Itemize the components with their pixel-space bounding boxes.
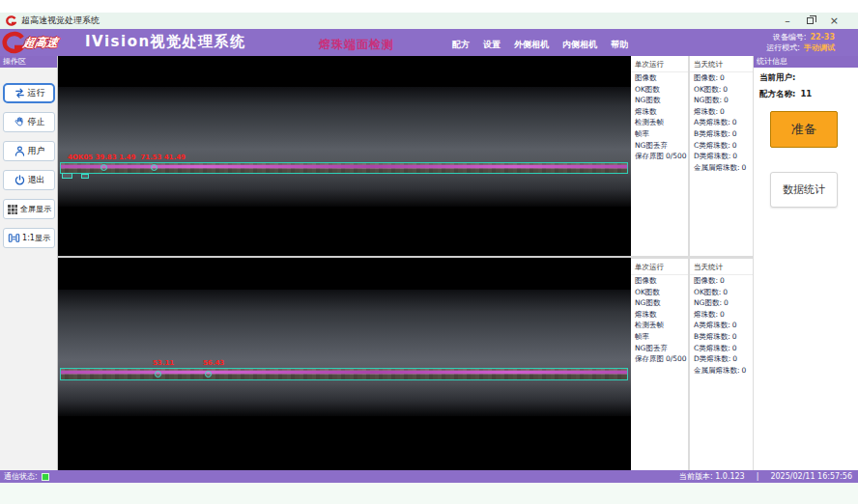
one-to-one-button-label: 1:1显示	[22, 233, 50, 243]
stat-row: OK图数	[631, 84, 688, 96]
stat-row: OK图数	[631, 287, 688, 298]
recipe-name-row: 配方名称:11	[759, 89, 858, 100]
exit-button[interactable]: 退出	[3, 170, 55, 190]
defect-mark	[100, 164, 107, 171]
single-run-stats-top: 单次运行 图像数 OK图数 NG图数 熔珠数 检测丢帧 帧率 NG图丢弃 保存原…	[631, 56, 688, 256]
stats-title: 单次运行	[631, 259, 688, 275]
data-statistics-button[interactable]: 数据统计	[770, 172, 838, 208]
camera-panel-inner[interactable]: 53.11 56.43	[58, 258, 631, 470]
sidebar-title: 操作区	[0, 56, 57, 68]
run-button[interactable]: 运行	[3, 83, 55, 103]
device-number-label: 设备编号:	[773, 33, 807, 43]
fullscreen-button[interactable]: 全屏显示	[3, 199, 55, 219]
stat-row: 保存原图0/500	[631, 353, 688, 365]
stat-row: OK图数:0	[690, 287, 753, 298]
app-logo-icon	[6, 15, 16, 26]
stat-row: B类熔珠数:0	[690, 331, 753, 343]
menu-item-outer-camera[interactable]: 外侧相机	[514, 39, 549, 51]
user-button[interactable]: 用户	[3, 141, 55, 161]
exit-button-label: 退出	[28, 174, 45, 186]
defect-mark	[62, 173, 72, 179]
window-controls: – ×	[785, 15, 839, 26]
stats-title: 单次运行	[631, 56, 688, 72]
menu-item-recipe[interactable]: 配方	[452, 39, 470, 51]
stat-row: NG图数	[631, 95, 688, 106]
stat-row: 帧率	[631, 331, 688, 343]
fullscreen-grid-icon	[7, 204, 18, 215]
daily-stats-top: 当天统计 图像数:0 OK图数:0 NG图数:0 熔珠数:0 A类熔珠数:0 B…	[690, 56, 753, 256]
user-button-label: 用户	[28, 145, 45, 157]
stat-row: A类熔珠数:0	[690, 320, 753, 331]
weld-bead-detection-box	[60, 162, 628, 174]
defect-mark	[81, 174, 89, 179]
stat-row: NG图数	[631, 297, 688, 309]
camera-image-inner	[58, 290, 631, 416]
status-bar: 通信状态: 当前版本: 1.0.123 | 2025/02/11 16:57:5…	[0, 470, 858, 483]
measurement-annotation: 4OK05 39.83 1.49 71.53 41.49	[68, 154, 186, 161]
camera-image-outer	[58, 87, 631, 207]
comm-status-label: 通信状态:	[4, 471, 38, 482]
device-number-value: 22-33	[810, 33, 835, 43]
stat-row: 检测丢帧	[631, 320, 688, 331]
stat-row: A类熔珠数:0	[690, 117, 753, 128]
stat-row: 图像数:0	[690, 72, 753, 84]
run-mode-value: 手动调试	[804, 43, 835, 54]
weld-bead-detection-box	[60, 368, 628, 380]
one-to-one-button[interactable]: 1:1显示	[3, 228, 55, 248]
defect-mark	[155, 371, 161, 378]
brand-logo-text: 超高速	[22, 35, 60, 51]
page-title: IVision视觉处理系统	[85, 33, 246, 51]
close-icon[interactable]: ×	[830, 15, 839, 26]
stat-row: 保存原图0/500	[631, 151, 688, 162]
stat-row: NG图丢弃	[631, 140, 688, 152]
measurement-annotation: 53.11	[153, 359, 174, 367]
operation-sidebar: 操作区 运行 停止 用户 退出	[0, 56, 58, 470]
stop-button[interactable]: 停止	[3, 112, 55, 132]
camera-panel-outer[interactable]: 4OK05 39.83 1.49 71.53 41.49	[58, 56, 631, 256]
stat-row: NG图数:0	[690, 297, 753, 309]
stat-row: OK图数:0	[690, 84, 753, 96]
footer-strip	[0, 483, 858, 504]
run-mode-label: 运行模式:	[766, 43, 800, 54]
stat-row: 图像数:0	[690, 275, 753, 287]
app-header: 超高速 IVision视觉处理系统 熔珠端面检测 配方 设置 外侧相机 内侧相机…	[0, 29, 858, 56]
stat-row: C类熔珠数:0	[690, 343, 753, 354]
current-user-row: 当前用户:	[759, 72, 858, 84]
stat-row: 图像数	[631, 72, 688, 84]
stat-row: 金属屑熔珠数:0	[690, 162, 753, 174]
restore-icon[interactable]	[807, 17, 814, 24]
stats-title: 当天统计	[690, 259, 753, 275]
version-info: 当前版本: 1.0.123 | 2025/02/11 16:57:56	[679, 471, 852, 482]
stats-title: 当天统计	[690, 56, 753, 72]
stat-row: 熔珠数	[631, 106, 688, 118]
menu-item-inner-camera[interactable]: 内侧相机	[562, 39, 597, 51]
menu-item-settings[interactable]: 设置	[483, 39, 500, 51]
prepare-button[interactable]: 准备	[770, 111, 838, 148]
minimize-icon[interactable]: –	[785, 15, 790, 26]
stat-row: D类熔珠数:0	[690, 353, 753, 365]
comm-status: 通信状态:	[4, 471, 49, 482]
stat-row: C类熔珠数:0	[690, 140, 753, 152]
page-subtitle: 熔珠端面检测	[319, 37, 394, 53]
measurement-annotation: 56.43	[203, 359, 224, 367]
brand-logo: 超高速	[2, 31, 58, 54]
stat-row: NG图数:0	[690, 95, 753, 106]
device-info-block: 设备编号: 22-33 运行模式: 手动调试	[766, 33, 835, 53]
stat-row: 帧率	[631, 128, 688, 140]
stop-hand-icon	[14, 116, 26, 128]
run-cycle-icon	[14, 87, 26, 99]
stat-row: D类熔珠数:0	[690, 151, 753, 162]
separator: |	[757, 472, 759, 481]
os-titlebar: 超高速视觉处理系统 – ×	[0, 13, 858, 29]
version-label: 当前版本:	[679, 472, 713, 481]
camera-viewport-area: 4OK05 39.83 1.49 71.53 41.49 53.11 56.43	[58, 56, 631, 470]
app-window: 超高速视觉处理系统 – × 超高速 IVision视觉处理系统 熔珠端面检测 配…	[0, 0, 858, 504]
run-button-label: 运行	[28, 87, 45, 99]
stat-row: B类熔珠数:0	[690, 128, 753, 140]
stat-row: NG图丢弃	[631, 343, 688, 354]
single-run-stats-bottom: 单次运行 图像数 OK图数 NG图数 熔珠数 检测丢帧 帧率 NG图丢弃 保存原…	[631, 259, 688, 470]
stat-row: 熔珠数:0	[690, 106, 753, 118]
power-icon	[14, 174, 26, 186]
menu-item-help[interactable]: 帮助	[611, 39, 628, 51]
daily-stats-bottom: 当天统计 图像数:0 OK图数:0 NG图数:0 熔珠数:0 A类熔珠数:0 B…	[690, 259, 753, 470]
